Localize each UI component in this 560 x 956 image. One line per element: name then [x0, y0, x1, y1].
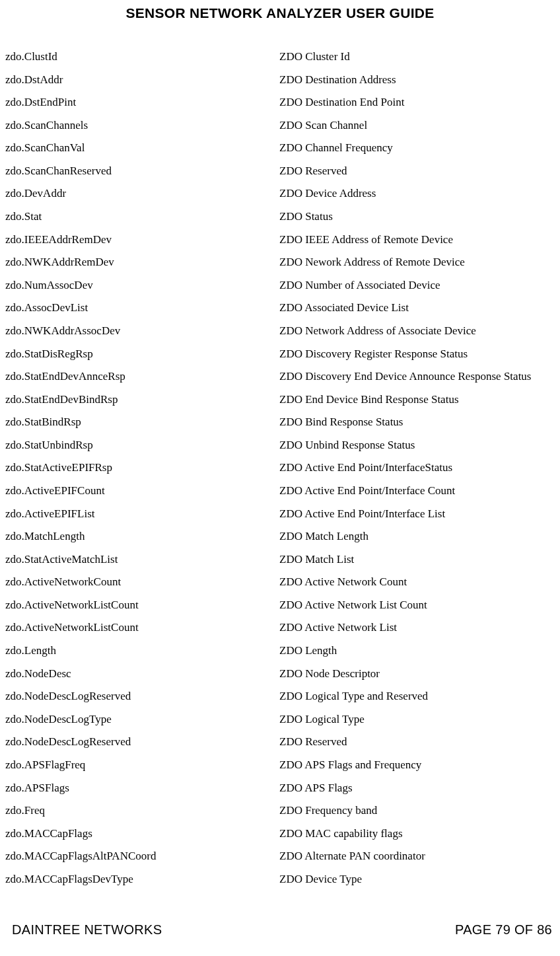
definition-row: zdo.DstAddrZDO Destination Address: [5, 73, 555, 87]
definition-row: zdo.IEEEAddrRemDevZDO IEEE Address of Re…: [5, 233, 555, 246]
definition-key: zdo.ActiveNetworkCount: [5, 575, 279, 589]
definition-key: zdo.DevAddr: [5, 187, 279, 200]
definition-key: zdo.NodeDescLogReserved: [5, 690, 279, 703]
definition-row: zdo.ActiveNetworkListCountZDO Active Net…: [5, 599, 555, 612]
definition-row: zdo.LengthZDO Length: [5, 644, 555, 657]
definition-list: zdo.ClustIdZDO Cluster Idzdo.DstAddrZDO …: [0, 50, 560, 886]
definition-key: zdo.ClustId: [5, 50, 279, 63]
definition-description: ZDO Unbind Response Status: [279, 439, 555, 452]
definition-row: zdo.MatchLengthZDO Match Length: [5, 530, 555, 543]
definition-description: ZDO Device Address: [279, 187, 555, 200]
definition-description: ZDO IEEE Address of Remote Device: [279, 233, 555, 246]
definition-row: zdo.NodeDescLogTypeZDO Logical Type: [5, 713, 555, 726]
definition-key: zdo.APSFlags: [5, 782, 279, 795]
definition-description: ZDO Active End Point/InterfaceStatus: [279, 461, 555, 474]
definition-row: zdo.ActiveNetworkListCountZDO Active Net…: [5, 621, 555, 634]
definition-description: ZDO Active Network List: [279, 621, 555, 634]
definition-key: zdo.ScanChanReserved: [5, 165, 279, 178]
definition-key: zdo.ScanChanVal: [5, 141, 279, 155]
definition-row: zdo.DevAddrZDO Device Address: [5, 187, 555, 200]
definition-key: zdo.ActiveEPIFList: [5, 507, 279, 521]
definition-key: zdo.MACCapFlags: [5, 827, 279, 840]
definition-row: zdo.NWKAddrAssocDevZDO Network Address o…: [5, 324, 555, 338]
definition-key: zdo.ActiveEPIFCount: [5, 484, 279, 497]
definition-key: zdo.StatActiveEPIFRsp: [5, 461, 279, 474]
page-title: SENSOR NETWORK ANALYZER USER GUIDE: [0, 5, 560, 21]
definition-row: zdo.ScanChanReservedZDO Reserved: [5, 165, 555, 178]
definition-description: ZDO Alternate PAN coordinator: [279, 850, 555, 863]
definition-description: ZDO Scan Channel: [279, 119, 555, 132]
definition-key: zdo.IEEEAddrRemDev: [5, 233, 279, 246]
definition-description: ZDO Reserved: [279, 165, 555, 178]
definition-description: ZDO Nework Address of Remote Device: [279, 256, 555, 269]
definition-key: zdo.StatEndDevAnnceRsp: [5, 370, 279, 383]
footer-page-number: PAGE 79 OF 86: [455, 922, 552, 938]
definition-description: ZDO Active Network List Count: [279, 599, 555, 612]
definition-row: zdo.StatDisRegRspZDO Discovery Register …: [5, 348, 555, 361]
definition-key: zdo.APSFlagFreq: [5, 758, 279, 772]
definition-row: zdo.NWKAddrRemDevZDO Nework Address of R…: [5, 256, 555, 269]
definition-row: zdo.StatActiveMatchListZDO Match List: [5, 553, 555, 566]
definition-key: zdo.Freq: [5, 804, 279, 817]
definition-description: ZDO Match List: [279, 553, 555, 566]
definition-description: ZDO Network Address of Associate Device: [279, 324, 555, 338]
definition-row: zdo.MACCapFlagsDevTypeZDO Device Type: [5, 873, 555, 886]
definition-key: zdo.NodeDesc: [5, 667, 279, 680]
definition-description: ZDO Cluster Id: [279, 50, 555, 63]
definition-row: zdo.APSFlagsZDO APS Flags: [5, 782, 555, 795]
definition-description: ZDO Number of Associated Device: [279, 279, 555, 292]
definition-description: ZDO Destination End Point: [279, 96, 555, 109]
definition-description: ZDO Bind Response Status: [279, 416, 555, 429]
definition-key: zdo.StatActiveMatchList: [5, 553, 279, 566]
definition-description: ZDO Reserved: [279, 735, 555, 749]
definition-description: ZDO Frequency band: [279, 804, 555, 817]
definition-row: zdo.APSFlagFreqZDO APS Flags and Frequen…: [5, 758, 555, 772]
definition-description: ZDO Destination Address: [279, 73, 555, 87]
definition-key: zdo.DstAddr: [5, 73, 279, 87]
definition-row: zdo.StatEndDevBindRspZDO End Device Bind…: [5, 393, 555, 406]
definition-row: zdo.NodeDescLogReservedZDO Reserved: [5, 735, 555, 749]
definition-key: zdo.Stat: [5, 210, 279, 223]
definition-description: ZDO Device Type: [279, 873, 555, 886]
definition-description: ZDO Discovery End Device Announce Respon…: [279, 370, 555, 383]
definition-key: zdo.MACCapFlagsDevType: [5, 873, 279, 886]
definition-key: zdo.MACCapFlagsAltPANCoord: [5, 850, 279, 863]
definition-row: zdo.StatActiveEPIFRspZDO Active End Poin…: [5, 461, 555, 474]
definition-row: zdo.ScanChanValZDO Channel Frequency: [5, 141, 555, 155]
definition-description: ZDO Active Network Count: [279, 575, 555, 589]
definition-description: ZDO Active End Point/Interface List: [279, 507, 555, 521]
definition-key: zdo.NumAssocDev: [5, 279, 279, 292]
footer-company: DAINTREE NETWORKS: [12, 922, 162, 938]
definition-description: ZDO Active End Point/Interface Count: [279, 484, 555, 497]
definition-description: ZDO Match Length: [279, 530, 555, 543]
definition-description: ZDO Logical Type and Reserved: [279, 690, 555, 703]
definition-key: zdo.StatEndDevBindRsp: [5, 393, 279, 406]
definition-row: zdo.ClustIdZDO Cluster Id: [5, 50, 555, 63]
definition-key: zdo.ActiveNetworkListCount: [5, 621, 279, 634]
definition-row: zdo.StatZDO Status: [5, 210, 555, 223]
definition-row: zdo.ActiveEPIFListZDO Active End Point/I…: [5, 507, 555, 521]
definition-row: zdo.NodeDescLogReservedZDO Logical Type …: [5, 690, 555, 703]
definition-description: ZDO End Device Bind Response Status: [279, 393, 555, 406]
definition-row: zdo.FreqZDO Frequency band: [5, 804, 555, 817]
definition-description: ZDO Discovery Register Response Status: [279, 348, 555, 361]
definition-key: zdo.NWKAddrRemDev: [5, 256, 279, 269]
definition-description: ZDO Length: [279, 644, 555, 657]
definition-row: zdo.MACCapFlagsAltPANCoordZDO Alternate …: [5, 850, 555, 863]
definition-key: zdo.AssocDevList: [5, 301, 279, 314]
page-footer: DAINTREE NETWORKS PAGE 79 OF 86: [0, 922, 560, 938]
definition-description: ZDO Node Descriptor: [279, 667, 555, 680]
definition-row: zdo.StatBindRspZDO Bind Response Status: [5, 416, 555, 429]
definition-key: zdo.ActiveNetworkListCount: [5, 599, 279, 612]
definition-row: zdo.ScanChannelsZDO Scan Channel: [5, 119, 555, 132]
definition-row: zdo.AssocDevListZDO Associated Device Li…: [5, 301, 555, 314]
definition-key: zdo.Length: [5, 644, 279, 657]
definition-key: zdo.NodeDescLogReserved: [5, 735, 279, 749]
definition-row: zdo.NumAssocDevZDO Number of Associated …: [5, 279, 555, 292]
definition-description: ZDO APS Flags: [279, 782, 555, 795]
definition-row: zdo.StatUnbindRspZDO Unbind Response Sta…: [5, 439, 555, 452]
definition-key: zdo.NWKAddrAssocDev: [5, 324, 279, 338]
definition-key: zdo.StatUnbindRsp: [5, 439, 279, 452]
definition-key: zdo.StatDisRegRsp: [5, 348, 279, 361]
definition-row: zdo.StatEndDevAnnceRspZDO Discovery End …: [5, 370, 555, 383]
